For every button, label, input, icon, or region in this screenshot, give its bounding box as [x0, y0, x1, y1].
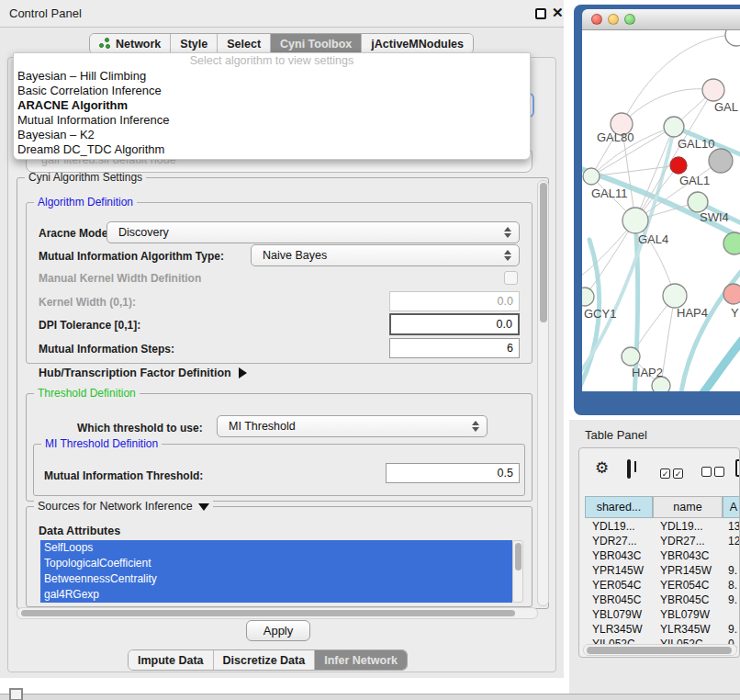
- node[interactable]: [702, 79, 724, 101]
- kernel-width-field[interactable]: 0.0: [389, 291, 520, 311]
- cell: YDR27...: [660, 535, 705, 548]
- column-header-shared-name[interactable]: shared...: [585, 496, 653, 518]
- table-hscrollbar-thumb[interactable]: [587, 647, 732, 654]
- popup-option[interactable]: Basic Correlation Inference: [14, 84, 530, 98]
- dpi-tolerance-field[interactable]: 0.0: [389, 313, 520, 335]
- tab-jactivemnodules[interactable]: jActiveMNodules: [362, 34, 473, 53]
- cell: YDL19...: [660, 520, 703, 533]
- table-row[interactable]: YBL079WYBL079W: [585, 608, 740, 623]
- mi-threshold-label: Mutual Information Threshold:: [44, 469, 203, 482]
- table-row[interactable]: YBR045CYBR045C9.: [585, 593, 740, 608]
- list-item-selected[interactable]: BetweennessCentrality: [40, 571, 512, 587]
- tab-style-label: Style: [180, 38, 207, 51]
- popup-option[interactable]: Bayesian – Hill Climbing: [14, 69, 530, 84]
- node-gcy1[interactable]: [582, 288, 594, 306]
- combo-stepper-icon: [501, 227, 514, 238]
- network-icon: [99, 38, 111, 50]
- deselect-all-checkboxes-icon[interactable]: [701, 464, 724, 480]
- cell: YER054C: [592, 579, 641, 592]
- table-row[interactable]: YDR27...YDR27...12: [585, 535, 740, 549]
- cell: YPR145W: [660, 564, 712, 577]
- data-attributes-label: Data Attributes: [39, 525, 120, 537]
- settings-scrollbar-thumb[interactable]: [540, 183, 547, 322]
- tab-select[interactable]: Select: [218, 34, 271, 53]
- node-gray[interactable]: [709, 149, 733, 173]
- tab-network[interactable]: Network: [90, 34, 171, 53]
- popup-option[interactable]: Dream8 DC_TDC Algorithm: [14, 142, 530, 157]
- node-red[interactable]: [670, 157, 687, 174]
- select-all-checkboxes-icon[interactable]: ✓✓: [660, 464, 683, 480]
- minimized-panel-icon[interactable]: [9, 688, 23, 700]
- aracne-mode-combo[interactable]: Discovery: [107, 221, 520, 243]
- tab-impute-data[interactable]: Impute Data: [129, 650, 214, 670]
- mi-threshold-field[interactable]: 0.5: [386, 463, 520, 483]
- settings-hscrollbar[interactable]: [17, 607, 538, 619]
- split-columns-icon[interactable]: [627, 459, 631, 479]
- close-traffic-light-icon[interactable]: [591, 14, 602, 25]
- mi-algorithm-type-combo[interactable]: Naive Bayes: [251, 244, 520, 266]
- table-row[interactable]: YDL19...YDL19...13: [585, 520, 740, 535]
- close-icon[interactable]: ✕: [552, 5, 564, 21]
- table-row[interactable]: YPR145WYPR145W9.: [585, 564, 740, 579]
- node-hap4[interactable]: [663, 284, 687, 308]
- node-label: HAP4: [677, 306, 708, 320]
- cell: YBR043C: [592, 549, 641, 562]
- float-window-icon[interactable]: [535, 8, 546, 19]
- cell: 9.: [728, 623, 737, 636]
- tab-cyni-toolbox-label: Cyni Toolbox: [280, 38, 352, 51]
- list-item-selected[interactable]: TopologicalCoefficient: [40, 556, 512, 571]
- export-table-icon[interactable]: [735, 459, 740, 477]
- algorithm-dropdown-popup: Select algorithm to view settings Bayesi…: [13, 52, 531, 160]
- zoom-traffic-light-icon[interactable]: [624, 14, 635, 25]
- node[interactable]: [723, 284, 740, 304]
- table-row[interactable]: YER054CYER054C8.: [585, 579, 740, 593]
- network-view-window[interactable]: GAL GAL80 GAL10 GAL1 GAL11 SWI4 GAL4 GCY…: [574, 5, 740, 415]
- node-hap2[interactable]: [622, 347, 640, 366]
- cell: YLR345W: [592, 623, 643, 636]
- node-label: GAL1: [679, 174, 710, 187]
- apply-button[interactable]: Apply: [246, 620, 310, 641]
- hub-definition-toggle[interactable]: Hub/Transcription Factor Definition: [39, 367, 247, 379]
- mi-steps-field[interactable]: 6: [389, 338, 520, 358]
- control-panel-titlebar: Control Panel ✕: [0, 0, 564, 28]
- node-label: GAL4: [638, 232, 668, 246]
- cell: 12: [728, 535, 740, 548]
- table-row[interactable]: YBR043CYBR043C: [585, 549, 740, 564]
- table-row[interactable]: YLR345WYLR345W9.: [585, 623, 740, 638]
- node-gal1[interactable]: [688, 192, 708, 212]
- node-gal11[interactable]: [583, 168, 600, 185]
- column-header-partial[interactable]: A: [723, 496, 740, 518]
- popup-option[interactable]: Bayesian – K2: [14, 128, 530, 142]
- list-item-selected[interactable]: gal4RGexp: [40, 587, 512, 603]
- node-label: GAL80: [597, 130, 633, 144]
- tab-discretize-data[interactable]: Discretize Data: [214, 650, 316, 670]
- attribute-list-scrollbar-thumb[interactable]: [515, 543, 521, 570]
- control-panel-tabs: Network Style Select Cyni Toolbox jActiv…: [89, 33, 474, 54]
- tab-infer-network[interactable]: Infer Network: [315, 650, 407, 670]
- popup-option[interactable]: Mutual Information Inference: [14, 113, 530, 128]
- manual-kernel-label: Manual Kernel Width Definition: [39, 272, 201, 285]
- tab-cyni-toolbox[interactable]: Cyni Toolbox: [271, 34, 362, 53]
- manual-kernel-checkbox[interactable]: [504, 271, 518, 285]
- column-header-name[interactable]: name: [653, 496, 723, 518]
- network-canvas[interactable]: GAL GAL80 GAL10 GAL1 GAL11 SWI4 GAL4 GCY…: [582, 30, 740, 391]
- list-item-selected[interactable]: SelfLoops: [40, 540, 512, 556]
- mi-threshold-definition-title: MI Threshold Definition: [41, 437, 162, 450]
- tab-jactivemnodules-label: jActiveMNodules: [371, 38, 464, 51]
- node[interactable]: [723, 232, 740, 254]
- minimize-traffic-light-icon[interactable]: [608, 14, 619, 25]
- node-gal4[interactable]: [622, 208, 648, 233]
- node-gal10[interactable]: [664, 117, 684, 137]
- aracne-mode-value: Discovery: [107, 226, 501, 239]
- node[interactable]: [725, 30, 740, 46]
- settings-scrollbar[interactable]: [537, 180, 549, 606]
- popup-option-selected[interactable]: ARACNE Algorithm: [14, 98, 530, 113]
- gear-icon[interactable]: ⚙: [595, 458, 609, 478]
- table-hscrollbar[interactable]: [583, 644, 737, 656]
- settings-hscrollbar-thumb[interactable]: [21, 610, 515, 616]
- sources-group-title[interactable]: Sources for Network Inference: [34, 500, 213, 513]
- network-window-titlebar[interactable]: [582, 9, 740, 30]
- tab-style[interactable]: Style: [171, 34, 218, 53]
- attribute-list-scrollbar[interactable]: [512, 540, 523, 603]
- which-threshold-combo[interactable]: MI Threshold: [217, 415, 488, 437]
